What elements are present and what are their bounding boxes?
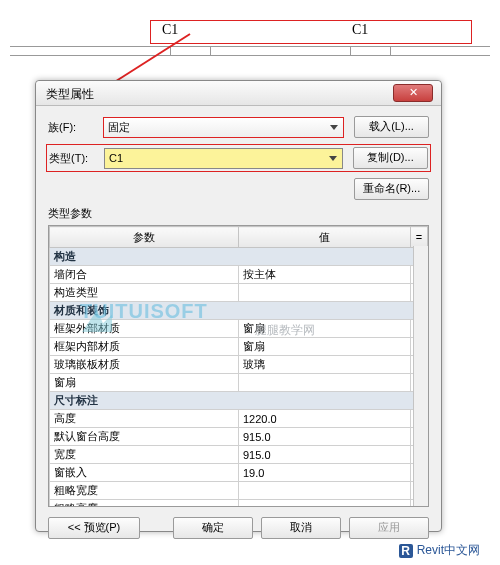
col-value[interactable]: 值 [239,227,411,248]
footer-text: Revit中文网 [417,542,480,559]
param-name-cell: 窗嵌入 [50,464,239,482]
type-label: 类型(T): [49,151,104,166]
param-value-cell[interactable]: 窗扇 [239,338,411,356]
group-cell: 尺寸标注 [50,392,428,410]
footer-logo: R Revit中文网 [399,542,480,559]
param-name-cell: 默认窗台高度 [50,428,239,446]
table-row: 框架外部材质窗扇 [50,320,428,338]
chevron-down-icon [325,151,340,166]
table-row: 宽度915.0 [50,446,428,464]
param-value-cell[interactable]: 1220.0 [239,410,411,428]
param-name-cell: 玻璃嵌板材质 [50,356,239,374]
group-cell: 材质和装饰 [50,302,428,320]
param-name-cell: 宽度 [50,446,239,464]
param-value-cell[interactable]: 915.0 [239,446,411,464]
param-name-cell: 构造类型 [50,284,239,302]
param-name-cell: 粗略宽度 [50,482,239,500]
revit-icon: R [399,544,413,558]
dialog-titlebar[interactable]: 类型属性 ✕ [36,81,441,106]
param-value-cell[interactable]: 915.0 [239,428,411,446]
table-row: 尺寸标注 [50,392,428,410]
table-row: 粗略宽度 [50,482,428,500]
col-param[interactable]: 参数 [50,227,239,248]
parameters-table-wrap: 参数 值 = 构造墙闭合按主体构造类型材质和装饰框架外部材质窗扇框架内部材质窗扇… [48,225,429,507]
table-row: 框架内部材质窗扇 [50,338,428,356]
param-value-cell[interactable]: 玻璃 [239,356,411,374]
ok-button[interactable]: 确定 [173,517,253,539]
param-name-cell: 窗扇 [50,374,239,392]
family-label: 族(F): [48,120,103,135]
close-icon: ✕ [409,86,418,98]
param-name-cell: 框架外部材质 [50,320,239,338]
elevation-callout [150,20,472,44]
table-row: 玻璃嵌板材质玻璃 [50,356,428,374]
param-value-cell[interactable]: 窗扇 [239,320,411,338]
type-properties-dialog: 类型属性 ✕ 族(F): 固定 载入(L)... 类型(T): C1 [35,80,442,532]
wall-tag-2: C1 [352,22,368,38]
parameters-heading: 类型参数 [48,206,429,221]
table-row: 墙闭合按主体 [50,266,428,284]
table-row: 窗扇 [50,374,428,392]
apply-button[interactable]: 应用 [349,517,429,539]
param-value-cell[interactable]: 19.0 [239,464,411,482]
table-row: 材质和装饰 [50,302,428,320]
table-row: 粗略高度 [50,500,428,508]
param-value-cell[interactable] [239,500,411,508]
type-value: C1 [109,152,123,164]
wall-tag-1: C1 [162,22,178,38]
scrollbar[interactable] [413,246,428,506]
param-value-cell[interactable] [239,374,411,392]
screenshot-root: C1 C1 类型属性 ✕ 族(F): 固定 载入(L)... [0,0,500,565]
duplicate-button[interactable]: 复制(D)... [353,147,428,169]
group-cell: 构造 [50,248,428,266]
col-eq: = [411,227,428,248]
wall-section [10,46,490,56]
param-value-cell[interactable] [239,284,411,302]
table-row: 默认窗台高度915.0 [50,428,428,446]
parameters-table: 参数 值 = 构造墙闭合按主体构造类型材质和装饰框架外部材质窗扇框架内部材质窗扇… [49,226,428,507]
param-name-cell: 墙闭合 [50,266,239,284]
param-value-cell[interactable]: 按主体 [239,266,411,284]
param-name-cell: 框架内部材质 [50,338,239,356]
rename-button[interactable]: 重命名(R)... [354,178,429,200]
family-value: 固定 [108,121,130,133]
table-row: 构造 [50,248,428,266]
param-value-cell[interactable] [239,482,411,500]
dialog-title: 类型属性 [46,86,94,103]
table-row: 构造类型 [50,284,428,302]
load-button[interactable]: 载入(L)... [354,116,429,138]
param-name-cell: 高度 [50,410,239,428]
param-name-cell: 粗略高度 [50,500,239,508]
chevron-down-icon [326,120,341,135]
table-row: 窗嵌入19.0 [50,464,428,482]
preview-button[interactable]: << 预览(P) [48,517,140,539]
cancel-button[interactable]: 取消 [261,517,341,539]
close-button[interactable]: ✕ [393,84,433,102]
family-combo[interactable]: 固定 [103,117,344,138]
table-row: 高度1220.0 [50,410,428,428]
type-combo[interactable]: C1 [104,148,343,169]
